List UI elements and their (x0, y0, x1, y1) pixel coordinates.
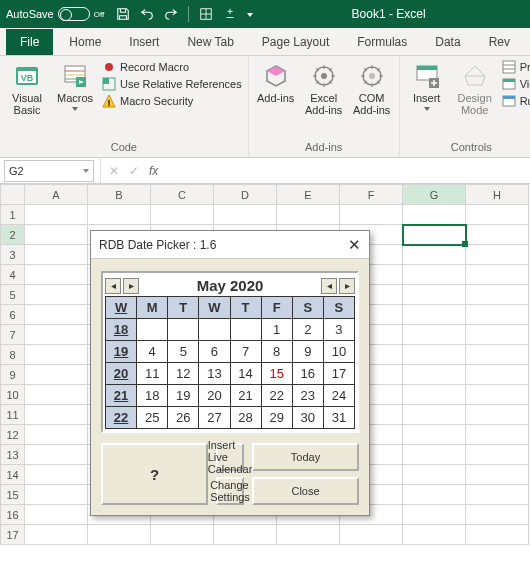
row-header[interactable]: 1 (1, 205, 25, 225)
redo-icon[interactable] (164, 7, 178, 21)
cell[interactable] (466, 325, 529, 345)
insert-live-calendar-button[interactable]: Insert Live Calendar (216, 443, 244, 471)
cell[interactable] (25, 265, 88, 285)
today-button[interactable]: Today (252, 443, 359, 471)
macro-security-button[interactable]: ! Macro Security (102, 94, 242, 108)
change-settings-button[interactable]: Change Settings (216, 477, 244, 505)
calendar-day[interactable]: 3 (323, 319, 354, 341)
cell[interactable] (403, 305, 466, 325)
row-header[interactable]: 10 (1, 385, 25, 405)
cell[interactable] (403, 365, 466, 385)
cancel-icon[interactable]: ✕ (109, 164, 119, 178)
cell[interactable] (25, 385, 88, 405)
formula-input[interactable] (166, 160, 530, 182)
dialog-titlebar[interactable]: RDB Date Picker : 1.6 ✕ (91, 231, 369, 259)
column-header[interactable]: G (403, 185, 466, 205)
cell[interactable] (25, 365, 88, 385)
cell[interactable] (340, 525, 403, 545)
calendar-day[interactable]: 14 (230, 363, 261, 385)
run-dialog-button[interactable]: Ru (502, 94, 530, 108)
com-addins-button[interactable]: COM Add-ins (351, 60, 393, 116)
cell[interactable] (25, 445, 88, 465)
cell[interactable] (25, 325, 88, 345)
cell[interactable] (466, 265, 529, 285)
touch-mode-icon[interactable] (223, 7, 237, 21)
design-mode-button[interactable]: Design Mode (454, 60, 496, 116)
cell[interactable] (88, 525, 151, 545)
calendar-day[interactable]: 19 (168, 385, 199, 407)
row-header[interactable]: 2 (1, 225, 25, 245)
next-year-button[interactable]: ▸ (339, 278, 355, 294)
cell[interactable] (403, 505, 466, 525)
enter-icon[interactable]: ✓ (129, 164, 139, 178)
calendar-week-number[interactable]: 20 (106, 363, 137, 385)
cell[interactable] (466, 225, 529, 245)
calendar-day[interactable]: 31 (323, 407, 354, 429)
column-header[interactable]: H (466, 185, 529, 205)
column-header[interactable]: D (214, 185, 277, 205)
calendar-week-number[interactable]: 18 (106, 319, 137, 341)
calendar-day[interactable]: 6 (199, 341, 230, 363)
name-box[interactable]: G2 (4, 160, 94, 182)
cell[interactable] (403, 525, 466, 545)
help-button[interactable]: ? (101, 443, 208, 505)
cell[interactable] (466, 245, 529, 265)
cell[interactable] (466, 385, 529, 405)
calendar-week-number[interactable]: 22 (106, 407, 137, 429)
cell[interactable] (466, 425, 529, 445)
calendar-day[interactable]: 22 (261, 385, 292, 407)
cell[interactable] (403, 285, 466, 305)
column-header[interactable]: C (151, 185, 214, 205)
record-macro-button[interactable]: Record Macro (102, 60, 242, 74)
select-all-corner[interactable] (1, 185, 25, 205)
calendar-day[interactable]: 20 (199, 385, 230, 407)
borders-icon[interactable] (199, 7, 213, 21)
calendar-day[interactable]: 4 (137, 341, 168, 363)
cell[interactable] (403, 245, 466, 265)
calendar-day[interactable]: 17 (323, 363, 354, 385)
undo-icon[interactable] (140, 7, 154, 21)
cell[interactable] (466, 465, 529, 485)
calendar-day[interactable]: 1 (261, 319, 292, 341)
cell[interactable] (466, 365, 529, 385)
calendar-day[interactable]: 15 (261, 363, 292, 385)
row-header[interactable]: 14 (1, 465, 25, 485)
calendar-day[interactable]: 9 (292, 341, 323, 363)
tab-data[interactable]: Data (423, 29, 472, 55)
tab-formulas[interactable]: Formulas (345, 29, 419, 55)
column-header[interactable]: B (88, 185, 151, 205)
calendar-day[interactable]: 12 (168, 363, 199, 385)
row-header[interactable]: 7 (1, 325, 25, 345)
macros-button[interactable]: Macros (54, 60, 96, 111)
column-header[interactable]: A (25, 185, 88, 205)
tab-home[interactable]: Home (57, 29, 113, 55)
cell[interactable] (466, 445, 529, 465)
cell[interactable] (214, 525, 277, 545)
calendar-day[interactable]: 28 (230, 407, 261, 429)
excel-addins-button[interactable]: Excel Add-ins (303, 60, 345, 116)
save-icon[interactable] (116, 7, 130, 21)
calendar-day[interactable]: 24 (323, 385, 354, 407)
cell[interactable] (25, 525, 88, 545)
column-header[interactable]: F (340, 185, 403, 205)
calendar-day[interactable]: 8 (261, 341, 292, 363)
row-header[interactable]: 12 (1, 425, 25, 445)
autosave-toggle[interactable]: AutoSave Off (6, 7, 104, 21)
tab-new-tab[interactable]: New Tab (175, 29, 245, 55)
cell[interactable] (403, 485, 466, 505)
cell[interactable] (466, 205, 529, 225)
calendar-day[interactable]: 25 (137, 407, 168, 429)
insert-control-button[interactable]: Insert (406, 60, 448, 111)
next-month-button[interactable]: ◂ (321, 278, 337, 294)
tab-page-layout[interactable]: Page Layout (250, 29, 341, 55)
cell[interactable] (466, 345, 529, 365)
calendar-day[interactable]: 10 (323, 341, 354, 363)
cell[interactable] (466, 285, 529, 305)
cell[interactable] (466, 305, 529, 325)
properties-button[interactable]: Pro (502, 60, 530, 74)
row-header[interactable]: 9 (1, 365, 25, 385)
cell[interactable] (25, 425, 88, 445)
cell[interactable] (214, 205, 277, 225)
row-header[interactable]: 15 (1, 485, 25, 505)
cell[interactable] (25, 405, 88, 425)
